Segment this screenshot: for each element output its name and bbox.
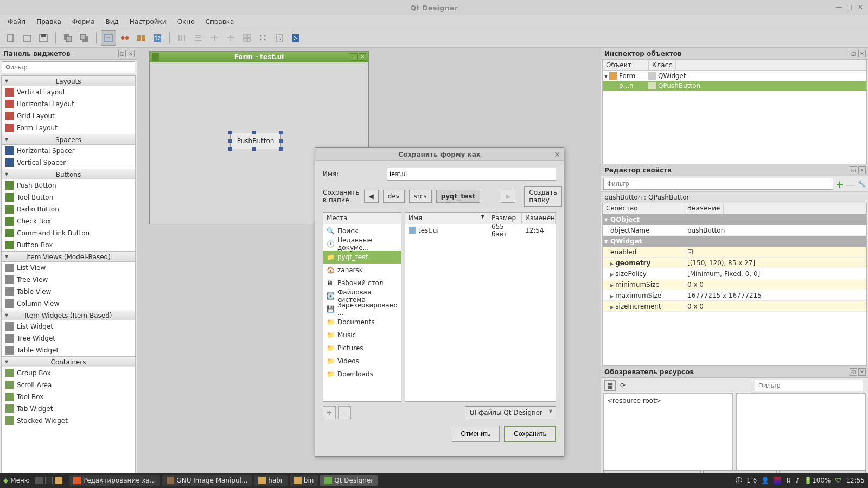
- dialog-close-icon[interactable]: ✕: [554, 150, 560, 159]
- files-col-size[interactable]: Размер: [488, 213, 522, 224]
- tool-layout-vsplit-icon[interactable]: [223, 30, 238, 46]
- widget-item[interactable]: Vertical Layout: [2, 86, 135, 98]
- files-icon[interactable]: [55, 477, 62, 484]
- taskbar-item[interactable]: habr: [254, 475, 288, 486]
- resource-filter-input[interactable]: [755, 380, 863, 391]
- place-item[interactable]: 🏠zaharsk: [323, 264, 401, 277]
- inspector-row-pushbutton[interactable]: p...nQPushButton: [603, 81, 866, 91]
- edit-resources-icon[interactable]: ▤: [604, 380, 616, 391]
- widget-item[interactable]: List View: [2, 262, 135, 274]
- file-row[interactable]: test.ui 655 байт 12:54: [405, 224, 556, 236]
- terminal-icon[interactable]: [45, 477, 53, 484]
- tool-open-icon[interactable]: [20, 30, 35, 46]
- place-item[interactable]: 📁Videos: [323, 355, 401, 368]
- widget-item[interactable]: Table Widget: [2, 344, 135, 356]
- props-filter-input[interactable]: [603, 178, 833, 190]
- place-item[interactable]: 📁pyqt_test: [323, 251, 401, 264]
- files-col-name[interactable]: Имя ▼: [405, 213, 488, 224]
- widget-item[interactable]: Radio Button: [2, 203, 135, 215]
- close-panel-icon[interactable]: ✕: [858, 50, 866, 57]
- widget-item[interactable]: Button Box: [2, 239, 135, 251]
- place-item[interactable]: 🕓Недавные докуме...: [323, 237, 401, 251]
- remove-property-icon[interactable]: —: [846, 178, 856, 190]
- tool-edit-signals-icon[interactable]: [117, 30, 132, 46]
- path-seg-1[interactable]: srcs: [409, 190, 432, 203]
- close-panel-icon[interactable]: ✕: [127, 50, 135, 57]
- widget-item[interactable]: Group Box: [2, 367, 135, 379]
- widget-group[interactable]: Containers: [2, 356, 135, 367]
- undock-icon[interactable]: ◱: [850, 50, 857, 57]
- place-item[interactable]: 🖥Рабочий стол: [323, 277, 401, 290]
- maximize-icon[interactable]: ▢: [845, 3, 854, 12]
- tool-layout-form-icon[interactable]: [256, 30, 271, 46]
- start-menu-icon[interactable]: ◆: [3, 477, 8, 484]
- widget-group[interactable]: Item Views (Model-Based): [2, 251, 135, 262]
- inspector-col-class[interactable]: Класс: [649, 60, 676, 70]
- menu-view[interactable]: Вид: [101, 16, 123, 27]
- close-panel-icon[interactable]: ✕: [858, 166, 866, 174]
- widget-item[interactable]: Tree Widget: [2, 332, 135, 344]
- tool-edit-widgets-icon[interactable]: [101, 30, 116, 46]
- widget-item[interactable]: Push Button: [2, 179, 135, 191]
- props-table[interactable]: СвойствоЗначение QObjectobjectNamepushBu…: [602, 203, 867, 366]
- taskbar-item[interactable]: GNU Image Manipul...: [162, 475, 252, 486]
- widget-item[interactable]: Stacked Widget: [2, 415, 135, 427]
- save-button[interactable]: Сохранить: [504, 426, 556, 442]
- tray-sound-icon[interactable]: ♪: [795, 477, 800, 484]
- configure-icon[interactable]: 🔧: [858, 180, 866, 188]
- path-back-icon[interactable]: ◀: [364, 190, 379, 203]
- tool-layout-hsplit-icon[interactable]: [207, 30, 222, 46]
- add-bookmark-icon[interactable]: +: [323, 406, 336, 419]
- files-list[interactable]: Имя ▼ Размер Изменён test.ui 655 байт 12…: [405, 212, 556, 402]
- places-list[interactable]: Места 🔍Поиск🕓Недавные докуме...📁pyqt_tes…: [323, 212, 401, 402]
- dialog-titlebar[interactable]: Сохранить форму как ✕: [315, 148, 564, 161]
- place-item[interactable]: 💾Зарезервировано ...: [323, 303, 401, 316]
- inspector-col-object[interactable]: Объект: [603, 60, 649, 70]
- place-item[interactable]: 💽Файловая система: [323, 290, 401, 303]
- widget-item[interactable]: Tab Widget: [2, 403, 135, 415]
- taskbar-item[interactable]: Qt Designer: [320, 475, 378, 486]
- widget-item[interactable]: Vertical Spacer: [2, 157, 135, 169]
- minimize-icon[interactable]: —: [834, 3, 843, 12]
- close-icon[interactable]: ✕: [856, 3, 865, 12]
- widget-item[interactable]: Horizontal Spacer: [2, 145, 135, 157]
- tool-adjust-size-icon[interactable]: [288, 30, 303, 46]
- prop-row[interactable]: minimumSize0 x 0: [603, 279, 866, 290]
- close-panel-icon[interactable]: ✕: [858, 368, 866, 376]
- widget-item[interactable]: List Widget: [2, 320, 135, 332]
- tool-edit-taborder-icon[interactable]: 123: [150, 30, 165, 46]
- pushbutton-widget[interactable]: PushButton: [230, 133, 281, 149]
- place-item[interactable]: 📁Pictures: [323, 342, 401, 355]
- tool-new-icon[interactable]: [3, 30, 18, 46]
- widget-item[interactable]: Column View: [2, 298, 135, 310]
- menu-settings[interactable]: Настройки: [125, 16, 171, 27]
- resource-tree[interactable]: <resource root>: [603, 393, 733, 471]
- menu-edit[interactable]: Правка: [32, 16, 66, 27]
- path-seg-2[interactable]: pyqt_test: [436, 190, 481, 203]
- widget-item[interactable]: Tree View: [2, 274, 135, 286]
- tool-layout-h-icon[interactable]: [174, 30, 189, 46]
- tray-keyboard-icon[interactable]: [774, 477, 781, 484]
- widget-item[interactable]: Form Layout: [2, 122, 135, 134]
- widget-item[interactable]: Scroll Area: [2, 379, 135, 391]
- widget-item[interactable]: Grid Layout: [2, 110, 135, 122]
- tool-sendback-icon[interactable]: [60, 30, 75, 46]
- place-item[interactable]: 📁Downloads: [323, 368, 401, 381]
- widget-group[interactable]: Buttons: [2, 169, 135, 179]
- tool-layout-grid-icon[interactable]: [239, 30, 254, 46]
- tool-edit-buddies-icon[interactable]: [133, 30, 149, 46]
- tray-network-icon[interactable]: ⇅: [786, 477, 791, 484]
- place-item[interactable]: 📁Documents: [323, 316, 401, 329]
- tool-save-icon[interactable]: [36, 30, 51, 46]
- menu-form[interactable]: Форма: [68, 16, 99, 27]
- tray-workspace[interactable]: 1 6: [746, 477, 757, 484]
- tray-user-icon[interactable]: 👤: [761, 477, 769, 484]
- prop-row[interactable]: geometry[(150, 120), 85 x 27]: [603, 258, 866, 268]
- widget-list[interactable]: LayoutsVertical LayoutHorizontal LayoutG…: [1, 75, 136, 488]
- form-titlebar[interactable]: Form - test.ui –✕: [150, 52, 368, 62]
- add-property-icon[interactable]: +: [835, 178, 844, 190]
- undock-icon[interactable]: ◱: [850, 368, 857, 376]
- filename-input[interactable]: [387, 168, 556, 181]
- widget-group[interactable]: Spacers: [2, 134, 135, 145]
- tray-battery-icon[interactable]: 🔋100%: [804, 477, 831, 484]
